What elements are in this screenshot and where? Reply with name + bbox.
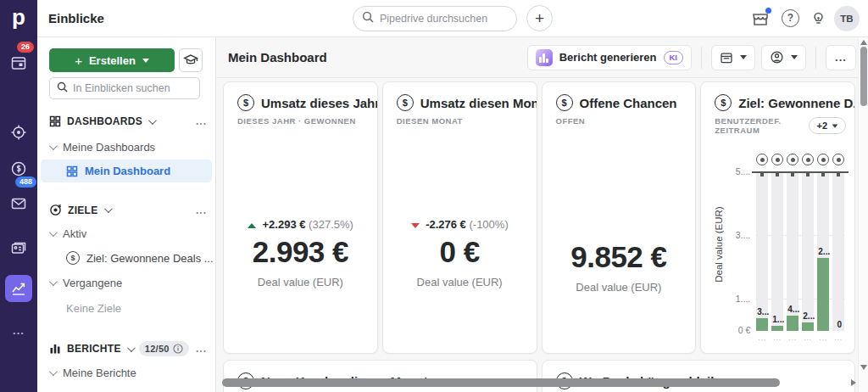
rail-leads-target[interactable] [0,119,37,146]
card-subtitle: DIESES JAHR · GEWONNEN [237,116,369,126]
delta-down-icon [411,223,420,228]
range-pill-dropdown[interactable]: +2 [809,117,846,134]
bar[interactable] [817,258,829,331]
divider [815,47,816,69]
x-tick-label: ... [817,334,829,342]
rail-mail[interactable] [0,190,37,217]
section-berichte[interactable]: BERICHTE 12/50 ... [49,341,207,356]
search-icon [362,11,374,26]
vertical-scrollbar-thumb[interactable] [860,47,867,106]
avatar[interactable]: TB [834,6,860,31]
dollar-icon: $ [715,94,732,111]
x-axis-labels: .................. [755,334,845,342]
bar-columns: 3...1...4...2...2...0 [755,172,845,331]
dashboard-more-button[interactable]: ... [826,45,856,70]
card-title-row: $ Ziel: Gewonnene D... [715,94,846,111]
horizontal-scrollbar-thumb[interactable] [222,378,780,387]
vertical-scrollbar[interactable] [858,37,868,392]
card-ziel-chart[interactable]: $ Ziel: Gewonnene D... BENUTZERDEF. ZEIT… [700,81,855,354]
dollar-icon: $ [556,94,573,111]
sidebar-item-ziel[interactable]: $ Ziel: Gewonnene Deals ... [66,251,214,265]
rail-contacts[interactable] [0,234,37,261]
reports-count-badge: 12/50 [139,341,189,356]
marketplace-icon[interactable] [751,9,770,28]
section-menu-icon[interactable]: ... [196,115,207,127]
rail-more[interactable]: ... [0,324,37,337]
help-icon[interactable]: ? [782,9,799,27]
reports-count: 12/50 [145,344,170,354]
horizontal-scrollbar[interactable] [217,378,856,388]
section-menu-icon[interactable]: ... [196,343,207,355]
mail-badge: 488 [15,176,36,188]
bar[interactable] [802,322,814,331]
bar-column[interactable]: 3... [756,172,768,331]
delta-value: +2.293 € [263,218,306,231]
section-label: DASHBOARDS [67,115,142,127]
rail-activities-calendar[interactable] [0,49,37,76]
dashboard-toolbar: Mein Dashboard Bericht generieren KI [216,37,868,78]
graduation-cap-icon [183,53,198,68]
page-title: Mein Dashboard [228,50,327,64]
ki-badge: KI [664,51,684,64]
kpi-value: 0 € [383,235,537,269]
group-meine-berichte[interactable]: Meine Berichte [49,367,136,379]
group-aktiv[interactable]: Aktiv [49,227,86,240]
pipedrive-logo[interactable]: p [0,0,37,37]
learn-button[interactable] [179,48,203,72]
bar[interactable] [771,326,783,331]
goal-target-icon [817,154,829,165]
goal-line [752,171,849,173]
date-filter-dropdown[interactable] [711,45,755,70]
user-filter-dropdown[interactable] [761,45,806,70]
card-umsatz-monat[interactable]: $ Umsatz diesen Mon... DIESEN MONAT -2.2… [382,81,537,354]
suggestions-bulb-icon[interactable] [809,9,827,28]
nav-rail: 26 488 ... [0,37,37,392]
scroll-right-arrow-icon[interactable] [851,379,856,386]
scroll-down-arrow-icon[interactable] [860,365,867,370]
group-label: Meine Dashboards [63,141,155,154]
top-bar: p Einblicke + ? TB [0,0,868,37]
group-meine-dashboards[interactable]: Meine Dashboards [49,141,155,154]
create-button[interactable]: + Erstellen [49,48,175,72]
bar[interactable] [756,318,768,331]
goal-target-icon [787,154,798,165]
kpi-delta: -2.276 € (-100%) [383,218,537,231]
item-label: Mein Dashboard [85,165,170,177]
bar[interactable] [787,316,798,331]
caret-down-icon [740,55,747,59]
section-menu-icon[interactable]: ... [196,204,207,216]
goal-target-icon [771,154,783,165]
card-offene-chancen[interactable]: $ Offene Chancen OFFEN 9.852 € Deal valu… [542,81,697,354]
bar-column[interactable]: 2... [817,172,829,331]
activities-badge: 26 [17,42,34,53]
section-ziele[interactable]: ZIELE ... [49,204,207,216]
bar-value-label: 1... [768,315,788,324]
bar-column[interactable]: 0 [832,172,844,331]
sidebar-item-mein-dashboard[interactable]: Mein Dashboard [41,160,212,182]
bar-column[interactable]: 2... [802,172,814,331]
card-umsatz-jahr[interactable]: $ Umsatz dieses Jahr DIESES JAHR · GEWON… [223,81,378,354]
caret-down-icon [791,55,798,59]
global-search[interactable] [353,6,517,31]
x-tick-label: ... [787,334,798,342]
scroll-up-arrow-icon[interactable] [860,40,867,45]
bar-column[interactable]: 4... [787,172,798,331]
card-title: Offene Chancen [580,96,677,110]
divider [701,47,702,69]
generate-report-button[interactable]: Bericht generieren KI [527,45,692,70]
kpi-unit: Deal value (EUR) [224,276,377,288]
bar-column[interactable]: 1... [771,172,783,331]
quick-add-button[interactable]: + [526,5,553,31]
reports-bars-icon [49,343,61,355]
delta-up-icon [248,223,256,228]
rail-insights-active[interactable] [5,275,32,302]
section-dashboards[interactable]: DASHBOARDS ... [49,115,207,127]
group-vergangene[interactable]: Vergangene [49,277,122,289]
generate-report-label: Bericht generieren [559,51,657,64]
bar-value-label: 0 [829,320,849,329]
global-search-input[interactable] [380,13,498,25]
sidebar-search-input[interactable] [73,82,192,94]
sidebar-search[interactable] [49,77,200,99]
dollar-icon: $ [66,251,80,265]
goal-target-icon [832,154,844,165]
